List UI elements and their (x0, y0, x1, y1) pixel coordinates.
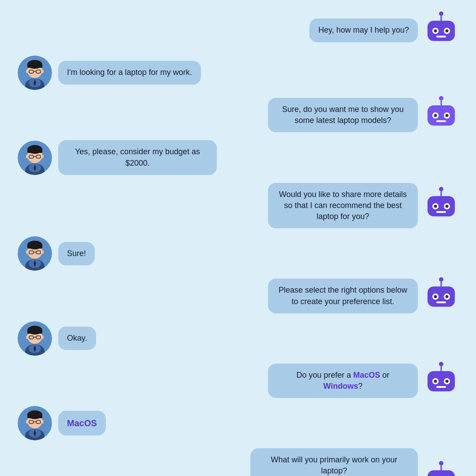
svg-point-80 (439, 362, 443, 366)
bot-message-6: What will you primarily work on your lap… (18, 448, 458, 476)
svg-rect-102 (428, 470, 455, 476)
svg-rect-67 (436, 301, 446, 303)
windows-link[interactable]: Windows (324, 382, 358, 390)
svg-rect-7 (436, 36, 446, 37)
svg-point-26 (446, 114, 449, 117)
svg-rect-2 (428, 21, 455, 41)
svg-rect-62 (428, 286, 455, 307)
macos-link[interactable]: MacOS (353, 371, 380, 379)
svg-point-58 (26, 250, 29, 254)
svg-rect-94 (27, 415, 42, 418)
bot-bubble-6: What will you primarily work on your lap… (250, 448, 418, 476)
user-message-5: MacOS (18, 406, 458, 440)
svg-point-79 (41, 335, 44, 339)
bot-bubble-1: Hey, how may I help you? (309, 19, 418, 42)
bot-bubble-6-text: What will you primarily work on your lap… (259, 454, 409, 476)
svg-rect-47 (436, 211, 446, 213)
user-avatar-3 (18, 236, 52, 271)
svg-point-86 (446, 379, 449, 383)
svg-rect-22 (428, 105, 455, 126)
user-message-4: Okay. (18, 321, 458, 356)
svg-rect-54 (27, 245, 42, 249)
svg-rect-74 (27, 330, 42, 334)
bot-message-3: Would you like to share more details so … (18, 183, 458, 229)
user-avatar-4 (18, 321, 52, 356)
user-message-2: Yes, please, consider my budget as $2000… (18, 140, 458, 175)
bot-avatar-4 (424, 279, 458, 313)
user-message-1: I'm looking for a laptop for my work. (18, 56, 458, 90)
svg-rect-27 (436, 120, 446, 122)
bot-bubble-2: Sure, do you want me to show you some la… (268, 98, 418, 132)
svg-rect-42 (428, 196, 455, 216)
svg-point-0 (439, 11, 443, 16)
user-avatar-2 (18, 141, 52, 175)
svg-rect-87 (436, 386, 446, 388)
bot-avatar-1 (424, 13, 458, 48)
svg-point-98 (26, 420, 29, 424)
user-bubble-3: Sure! (58, 242, 95, 265)
bot-bubble-5: Do you prefer a MacOS or Windows? (268, 364, 418, 398)
svg-point-25 (434, 114, 437, 117)
user-bubble-5: MacOS (58, 411, 106, 435)
svg-point-38 (26, 155, 29, 158)
svg-point-5 (434, 30, 437, 33)
bot-avatar-6 (424, 463, 458, 476)
svg-rect-82 (428, 371, 455, 391)
bot-bubble-4: Please select the right options below to… (268, 279, 418, 313)
bot-message-1: Hey, how may I help you? (18, 13, 458, 48)
svg-rect-14 (27, 64, 42, 68)
bot-message-4: Please select the right options below to… (18, 279, 458, 313)
svg-point-6 (446, 30, 449, 33)
svg-point-40 (439, 187, 443, 191)
svg-point-59 (41, 250, 44, 254)
svg-point-66 (446, 295, 449, 298)
user-avatar-5 (18, 406, 52, 440)
svg-point-46 (446, 205, 449, 208)
user-bubble-2: Yes, please, consider my budget as $2000… (58, 140, 217, 175)
user-bubble-4: Okay. (58, 327, 96, 350)
svg-point-99 (41, 420, 44, 424)
bot-avatar-5 (424, 364, 458, 398)
svg-point-100 (439, 461, 443, 465)
user-bubble-1: I'm looking for a laptop for my work. (58, 61, 201, 84)
bot-message-5: Do you prefer a MacOS or Windows? (18, 364, 458, 398)
chat-container: Hey, how may I help you? (0, 0, 476, 476)
svg-point-85 (434, 379, 437, 383)
bot-avatar-3 (424, 189, 458, 223)
svg-point-19 (41, 70, 44, 73)
svg-rect-34 (27, 149, 42, 153)
user-avatar-1 (18, 56, 52, 90)
svg-point-45 (434, 205, 437, 208)
svg-point-60 (439, 277, 443, 282)
svg-point-18 (26, 70, 29, 73)
svg-point-39 (41, 155, 44, 158)
bot-bubble-3: Would you like to share more details so … (268, 183, 418, 229)
bot-avatar-2 (424, 98, 458, 132)
user-message-3: Sure! (18, 236, 458, 271)
svg-point-65 (434, 295, 437, 298)
svg-point-78 (26, 335, 29, 339)
svg-point-20 (439, 96, 443, 100)
bot-message-2: Sure, do you want me to show you some la… (18, 98, 458, 132)
